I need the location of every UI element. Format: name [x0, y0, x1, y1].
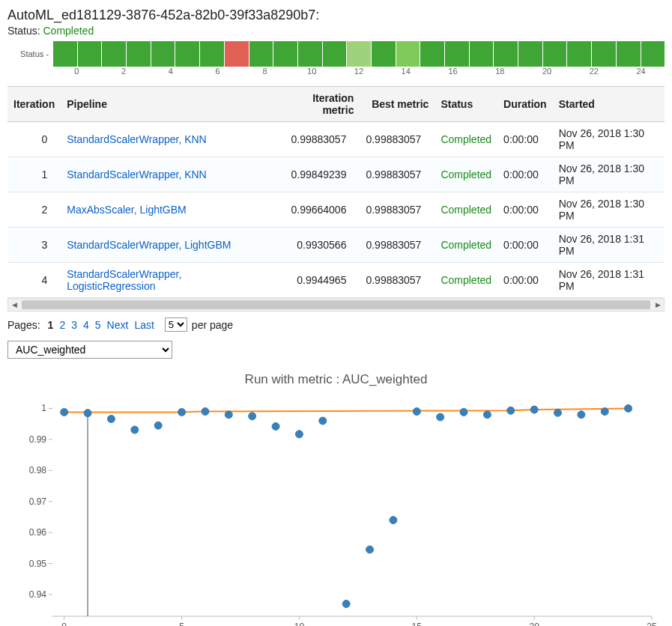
- pipeline-link[interactable]: StandardScalerWrapper, LogisticRegressio…: [67, 268, 181, 292]
- chart-point[interactable]: [507, 407, 515, 414]
- status-cell[interactable]: [127, 41, 151, 67]
- status-cell[interactable]: [102, 41, 126, 67]
- metric-select[interactable]: AUC_weighted: [7, 341, 172, 359]
- cell-best-metric: 0.99883057: [360, 157, 435, 192]
- status-cell[interactable]: [298, 41, 322, 67]
- table-row[interactable]: 3StandardScalerWrapper, LightGBM0.993056…: [7, 228, 665, 263]
- chart-point[interactable]: [319, 417, 327, 425]
- status-cell[interactable]: [225, 41, 249, 67]
- chart-point[interactable]: [530, 406, 538, 413]
- page-link[interactable]: Next: [104, 319, 132, 331]
- table-header[interactable]: Best metric: [360, 87, 435, 122]
- status-tick: 22: [570, 67, 617, 76]
- chart-point[interactable]: [295, 431, 303, 438]
- chart-point[interactable]: [578, 411, 585, 419]
- cell-started: Nov 26, 2018 1:30 PM: [553, 122, 665, 157]
- table-header[interactable]: Pipeline: [61, 87, 273, 122]
- chart-point[interactable]: [61, 408, 68, 416]
- page-link[interactable]: 1: [45, 319, 57, 331]
- chart-point[interactable]: [131, 426, 139, 434]
- y-tick-label: 0.94: [29, 589, 47, 600]
- chart-point[interactable]: [84, 410, 91, 417]
- cell-duration: 0:00:00: [497, 263, 553, 298]
- chart-point[interactable]: [483, 411, 491, 419]
- chart-point[interactable]: [554, 409, 562, 416]
- chart-point[interactable]: [460, 408, 467, 416]
- status-tick: 10: [288, 67, 336, 76]
- table-header[interactable]: Iteration: [7, 87, 61, 122]
- status-tick: 16: [429, 67, 476, 76]
- status-cell[interactable]: [347, 41, 371, 67]
- status-cell[interactable]: [592, 41, 616, 67]
- status-cell[interactable]: [470, 41, 494, 67]
- chart-title: Run with metric : AUC_weighted: [7, 372, 665, 387]
- per-page-select[interactable]: 5: [165, 317, 187, 332]
- page-link[interactable]: 2: [56, 319, 68, 331]
- status-cell[interactable]: [445, 41, 469, 67]
- status-tick: 6: [194, 67, 241, 76]
- status-cell[interactable]: [151, 41, 175, 67]
- chart-point[interactable]: [342, 600, 350, 607]
- table-row[interactable]: 1StandardScalerWrapper, KNN0.998492390.9…: [7, 157, 665, 192]
- status-cell[interactable]: [53, 41, 77, 67]
- table-header[interactable]: Iteration metric: [273, 87, 360, 122]
- chart-point[interactable]: [154, 422, 162, 429]
- scroll-left-arrow-icon[interactable]: ◀: [8, 299, 20, 311]
- page-link[interactable]: 4: [80, 319, 92, 331]
- status-cell[interactable]: [372, 41, 396, 67]
- status-cell[interactable]: [396, 41, 420, 67]
- chart-point[interactable]: [249, 413, 256, 420]
- table-header[interactable]: Status: [435, 87, 497, 122]
- status-tick: 14: [382, 67, 429, 76]
- status-cell[interactable]: [641, 41, 665, 67]
- cell-iteration: 1: [7, 157, 61, 192]
- chart-point[interactable]: [390, 517, 397, 524]
- page-link[interactable]: 3: [68, 319, 80, 331]
- status-cell[interactable]: [567, 41, 591, 67]
- status-cell[interactable]: [249, 41, 273, 67]
- x-tick-label: 25: [647, 622, 657, 626]
- y-tick-label: 0.98: [29, 465, 47, 475]
- status-cell[interactable]: [200, 41, 224, 67]
- status-cell[interactable]: [543, 41, 567, 67]
- status-tick: 2: [100, 67, 148, 76]
- pipeline-link[interactable]: StandardScalerWrapper, LightGBM: [67, 239, 231, 251]
- cell-iter-metric: 0.99883057: [273, 122, 360, 157]
- chart-point[interactable]: [625, 404, 632, 412]
- table-header-row: IterationPipelineIteration metricBest me…: [7, 87, 665, 122]
- table-header[interactable]: Duration: [497, 87, 553, 122]
- scroll-right-arrow-icon[interactable]: ▶: [652, 299, 664, 311]
- chart-point[interactable]: [178, 408, 186, 416]
- chart-point[interactable]: [366, 546, 374, 553]
- table-row[interactable]: 0StandardScalerWrapper, KNN0.998830570.9…: [7, 122, 665, 157]
- table-row[interactable]: 2MaxAbsScaler, LightGBM0.996640060.99883…: [7, 192, 665, 228]
- status-cell[interactable]: [273, 41, 297, 67]
- chart-point[interactable]: [413, 408, 420, 416]
- status-cell[interactable]: [175, 41, 199, 67]
- status-cell[interactable]: [78, 41, 102, 67]
- status-cell[interactable]: [518, 41, 542, 67]
- pipeline-link[interactable]: StandardScalerWrapper, KNN: [67, 168, 207, 180]
- chart-point[interactable]: [272, 422, 279, 430]
- cell-iter-metric: 0.9930566: [273, 228, 360, 263]
- y-tick-label: 0.95: [29, 559, 47, 569]
- page-link[interactable]: Last: [131, 319, 157, 331]
- pager-label: Pages:: [7, 319, 40, 331]
- chart-point[interactable]: [601, 408, 608, 416]
- chart-point[interactable]: [107, 416, 115, 423]
- chart-point[interactable]: [225, 411, 232, 419]
- table-horizontal-scrollbar[interactable]: ◀ ▶: [7, 298, 665, 312]
- pipeline-link[interactable]: MaxAbsScaler, LightGBM: [67, 204, 187, 216]
- status-cell[interactable]: [494, 41, 518, 67]
- chart-point[interactable]: [437, 413, 444, 421]
- metric-chart[interactable]: 0.940.950.960.970.980.9910510152025: [15, 392, 659, 626]
- status-cell[interactable]: [617, 41, 641, 67]
- pipeline-link[interactable]: StandardScalerWrapper, KNN: [67, 133, 207, 145]
- scrollbar-thumb[interactable]: [22, 300, 650, 309]
- chart-point[interactable]: [202, 408, 209, 416]
- status-cell[interactable]: [323, 41, 347, 67]
- table-header[interactable]: Started: [553, 87, 665, 122]
- page-link[interactable]: 5: [92, 319, 104, 331]
- status-cell[interactable]: [420, 41, 444, 67]
- table-row[interactable]: 4StandardScalerWrapper, LogisticRegressi…: [7, 263, 665, 298]
